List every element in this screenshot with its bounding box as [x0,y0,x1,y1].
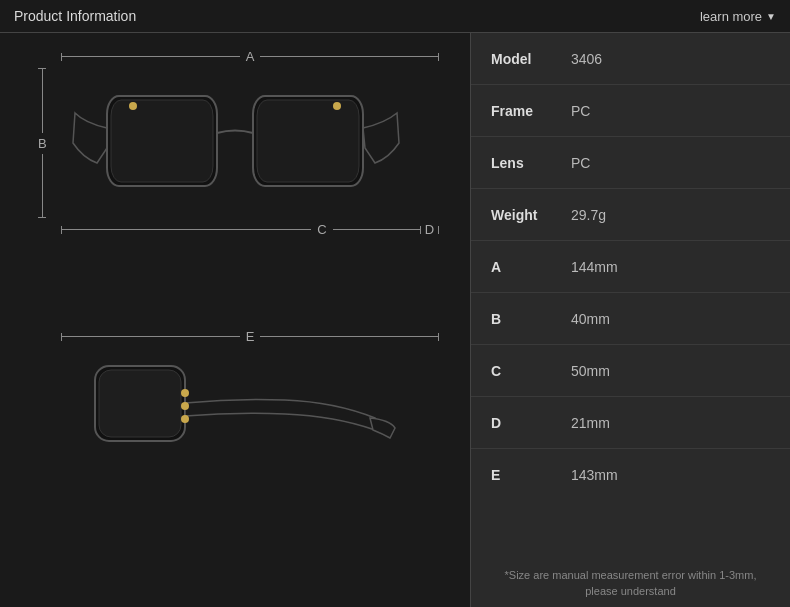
dim-d-label: D [421,222,438,237]
spec-row: FramePC [471,85,790,137]
spec-value: 50mm [571,363,610,379]
side-view-section: E [20,325,450,597]
spec-key: A [491,259,571,275]
dim-b-line-top [42,69,43,133]
dim-e-line [62,336,240,337]
page-title: Product Information [14,8,136,24]
dim-c-label: C [311,222,332,237]
spec-table: Model3406FramePCLensPCWeight29.7gA144mmB… [471,33,790,560]
dim-b-label: B [38,133,47,154]
footnote: *Size are manual measurement error withi… [471,560,790,607]
dim-e-line-right [260,336,438,337]
dim-b-tick-bottom [38,217,46,218]
spec-value: 40mm [571,311,610,327]
spec-key: D [491,415,571,431]
dim-e-row: E [61,329,439,344]
spec-row: B40mm [471,293,790,345]
dim-d-end-tick [438,226,439,234]
specs-panel: Model3406FramePCLensPCWeight29.7gA144mmB… [470,33,790,607]
spec-row: E143mm [471,449,790,501]
spec-row: D21mm [471,397,790,449]
front-view-section: A B [20,43,450,315]
page-header: Product Information learn more ▼ [0,0,790,33]
spec-key: B [491,311,571,327]
svg-point-8 [181,389,189,397]
svg-rect-3 [257,100,359,182]
spec-key: Model [491,51,571,67]
dim-a-label: A [240,49,261,64]
svg-point-10 [181,415,189,423]
dim-c-line [62,229,311,230]
dim-e-label: E [240,329,261,344]
svg-rect-7 [99,370,181,437]
glasses-front-svg [65,68,405,218]
spec-row: A144mm [471,241,790,293]
diagram-panel: A B [0,33,470,607]
spec-row: LensPC [471,137,790,189]
spec-row: Weight29.7g [471,189,790,241]
svg-rect-1 [111,100,213,182]
dim-cd-row: C D [61,222,439,237]
spec-value: PC [571,155,590,171]
spec-value: 21mm [571,415,610,431]
spec-value: 144mm [571,259,618,275]
dim-a-line-right [260,56,438,57]
spec-value: 143mm [571,467,618,483]
spec-key: Frame [491,103,571,119]
svg-point-5 [333,102,341,110]
spec-row: Model3406 [471,33,790,85]
glasses-side-svg [65,348,405,488]
learn-more-arrow: ▼ [766,11,776,22]
main-content: A B [0,33,790,607]
dim-b-line-bottom [42,154,43,218]
svg-point-9 [181,402,189,410]
dim-a-line [62,56,240,57]
spec-value: 3406 [571,51,602,67]
spec-value: 29.7g [571,207,606,223]
spec-key: Weight [491,207,571,223]
learn-more-button[interactable]: learn more ▼ [700,9,776,24]
learn-more-label: learn more [700,9,762,24]
spec-key: C [491,363,571,379]
dim-b-container: B [38,68,47,218]
dim-e-tick-right [438,333,439,341]
spec-key: Lens [491,155,571,171]
spec-value: PC [571,103,590,119]
spec-row: C50mm [471,345,790,397]
dim-a-tick-right [438,53,439,61]
svg-point-4 [129,102,137,110]
dim-c-line-right [333,229,420,230]
spec-key: E [491,467,571,483]
